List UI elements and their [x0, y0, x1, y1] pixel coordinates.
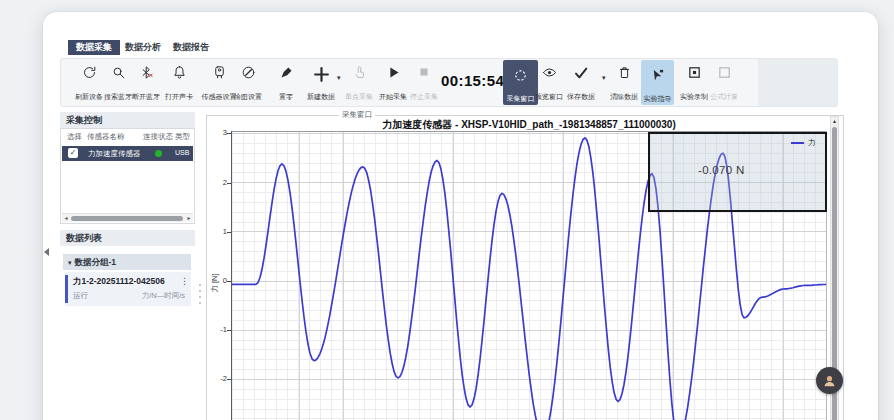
play-icon: [386, 65, 401, 80]
y-tick-label: -1: [203, 325, 227, 334]
button-label: 实验录制: [680, 93, 708, 101]
experiment-guide-button[interactable]: 实验指导: [641, 60, 674, 105]
sensor-name: 力加速度传感器: [88, 149, 141, 159]
caret-down-icon[interactable]: ▾: [602, 74, 606, 82]
scroll-right-icon[interactable]: ▸: [185, 214, 193, 222]
group-label: 数据分组-1: [75, 257, 117, 267]
button-label: 采集窗口: [507, 95, 535, 103]
cursor-icon: [650, 68, 665, 83]
y-tick-label: 0: [203, 276, 227, 285]
button-label: 实验指导: [644, 95, 672, 103]
y-tick-label: -2: [203, 374, 227, 383]
group-expand-icon[interactable]: ▾: [68, 259, 72, 266]
formula-icon: [717, 65, 732, 80]
col-type: 类型: [175, 132, 190, 142]
tab-data-acquisition[interactable]: 数据采集: [68, 40, 120, 55]
y-tick-mark: [227, 133, 231, 134]
y-tick-mark: [227, 232, 231, 233]
button-label: 断开蓝牙: [132, 93, 160, 101]
button-label: 新建数据: [307, 93, 335, 101]
button-label: 打开声卡: [165, 93, 193, 101]
button-label: 预览窗口: [535, 93, 563, 101]
open-soundcard-button[interactable]: 打开声卡: [162, 62, 196, 103]
y-tick-mark: [227, 183, 231, 184]
connection-status-dot: [155, 150, 162, 157]
button-label: 绘图设置: [234, 93, 262, 101]
panel-title-acquisition-control: 采集控制: [60, 112, 195, 128]
preview-window-button[interactable]: 预览窗口: [532, 62, 566, 103]
sensor-table: 选择 传感器名称 连接状态 类型 ✓ 力加速度传感器 USB ◂ ▸: [60, 128, 195, 224]
trash-icon: [617, 65, 632, 80]
check-icon: [573, 65, 589, 81]
disconnect-bluetooth-button[interactable]: 断开蓝牙: [129, 62, 163, 103]
y-tick-label: 1: [203, 227, 227, 236]
bell-icon: [172, 65, 187, 80]
save-data-button[interactable]: 保存数据: [564, 62, 598, 103]
stop-acquire-button: 停止采集: [407, 62, 441, 103]
plus-icon: [312, 65, 331, 84]
stop-icon: [417, 65, 431, 79]
collapse-sidebar-arrow[interactable]: [44, 248, 49, 256]
app-window: 数据采集 数据分析 数据报告 00:15:54 刷新设备搜索蓝牙断开蓝牙打开声卡…: [43, 12, 878, 420]
pencil-circle-icon: [241, 65, 256, 80]
touch-icon: [352, 65, 367, 80]
table-horizontal-scrollbar[interactable]: ◂ ▸: [62, 213, 193, 222]
item-accent-bar: [65, 275, 68, 303]
button-label: 清除数据: [610, 93, 638, 101]
panel-title-data-list: 数据列表: [60, 230, 195, 246]
assistant-avatar-button[interactable]: [816, 367, 843, 394]
tab-data-analysis[interactable]: 数据分析: [117, 40, 169, 55]
single-point-acquire-button: 单点采集: [342, 62, 376, 103]
button-label: 保存数据: [567, 93, 595, 101]
item-menu-icon[interactable]: ⋮: [180, 276, 189, 286]
button-label: 置零: [279, 93, 293, 101]
button-label: 公式计算: [710, 93, 738, 101]
data-group-row[interactable]: ▾数据分组-1: [63, 254, 191, 270]
dashed-circle-icon: [513, 68, 528, 83]
plot-settings-button[interactable]: 绘图设置: [231, 62, 265, 103]
experiment-record-button[interactable]: 实验录制: [677, 62, 711, 103]
col-connection-status: 连接状态: [143, 132, 173, 142]
app-screen: 数据采集 数据分析 数据报告 00:15:54 刷新设备搜索蓝牙断开蓝牙打开声卡…: [0, 0, 894, 420]
button-label: 搜索蓝牙: [104, 93, 132, 101]
splitter-handle[interactable]: [197, 284, 203, 304]
new-data-button[interactable]: 新建数据: [302, 62, 340, 103]
search-icon: [111, 65, 126, 80]
sensor-checkbox[interactable]: ✓: [68, 148, 78, 158]
legend-label: 力: [808, 138, 816, 148]
y-tick-label: 2: [203, 178, 227, 187]
item-name: 力1-2-20251112-042506: [73, 276, 165, 288]
caret-down-icon[interactable]: ▾: [337, 74, 341, 82]
set-zero-button[interactable]: 置零: [269, 62, 303, 103]
sensor-icon: [212, 65, 227, 80]
tab-data-report[interactable]: 数据报告: [165, 40, 217, 55]
scroll-left-icon[interactable]: ◂: [62, 214, 70, 222]
legend-line-swatch: [791, 142, 804, 144]
start-acquire-button[interactable]: 开始采集: [376, 62, 410, 103]
button-label: 单点采集: [345, 93, 373, 101]
y-tick-label: 3: [203, 128, 227, 137]
item-status: 运行: [73, 291, 88, 301]
table-row-sensor[interactable]: ✓ 力加速度传感器 USB: [62, 146, 193, 161]
toolbar-empty-area: [758, 59, 838, 106]
col-select: 选择: [67, 132, 82, 142]
y-tick-mark: [227, 281, 231, 282]
pen-icon: [279, 65, 294, 80]
toolbar: 00:15:54 刷新设备搜索蓝牙断开蓝牙打开声卡传感器设置绘图设置置零新建数据…: [60, 58, 838, 107]
chart-title: 力加速度传感器 - XHSP-V10HID_path_-1981348857_1…: [232, 118, 826, 132]
scroll-up-icon[interactable]: ▴: [831, 117, 838, 126]
sensor-table-header: 选择 传感器名称 连接状态 类型: [61, 132, 194, 144]
clear-data-button[interactable]: 清除数据: [607, 62, 641, 103]
button-label: 开始采集: [379, 93, 407, 101]
y-tick-mark: [227, 330, 231, 331]
record-icon: [687, 65, 702, 80]
refresh-icon: [82, 65, 97, 80]
scrollbar-thumb[interactable]: [71, 216, 183, 221]
bluetooth-off-icon: [139, 65, 154, 80]
y-tick-mark: [227, 379, 231, 380]
chart-legend: 力: [791, 138, 816, 148]
col-sensor-name: 传感器名称: [87, 132, 125, 142]
person-icon: [822, 373, 837, 388]
eye-icon: [542, 65, 557, 80]
data-list-item[interactable]: 力1-2-20251112-042506 ⋮ 运行 力/N—时间/s: [65, 272, 191, 306]
